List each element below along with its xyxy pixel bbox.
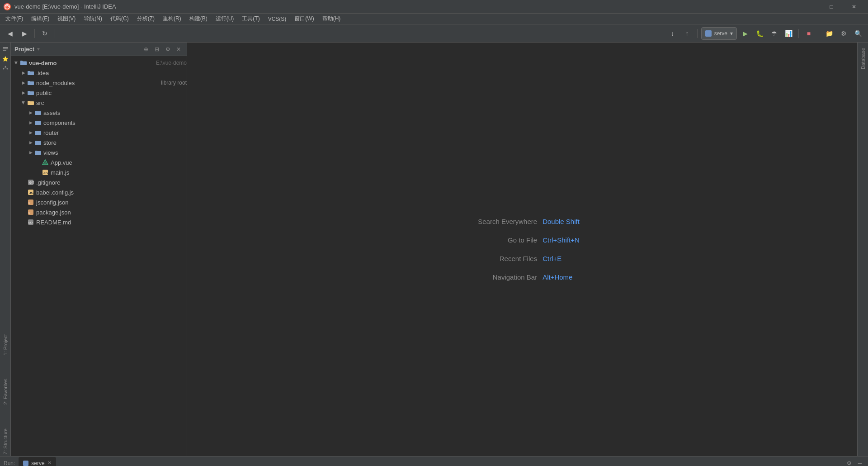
svg-text:MD: MD bbox=[28, 221, 33, 224]
shortcut-nav-bar-label: Navigation Bar bbox=[465, 273, 537, 281]
svg-text:JS: JS bbox=[43, 171, 48, 175]
close-button[interactable]: ✕ bbox=[844, 0, 864, 14]
editor-area: Search Everywhere Double Shift Go to Fil… bbox=[187, 43, 857, 456]
tree-root[interactable]: ▶ vue-demo E:\vue-demo bbox=[11, 58, 187, 68]
database-tab[interactable]: Database bbox=[859, 46, 867, 71]
toolbar-sep-2 bbox=[55, 29, 55, 38]
svg-point-4 bbox=[5, 66, 6, 67]
project-panel-actions: ⊕ ⊟ ⚙ ✕ bbox=[142, 45, 183, 54]
readme-label: README.md bbox=[36, 219, 187, 226]
menu-file[interactable]: 文件(F) bbox=[2, 14, 27, 24]
router-arrow: ▶ bbox=[27, 129, 34, 136]
run-tab-icon bbox=[23, 461, 28, 466]
tree-views[interactable]: ▶ views bbox=[11, 147, 187, 157]
tree-components[interactable]: ▶ components bbox=[11, 118, 187, 128]
main-layout: ⭐ 1: Project 2: Favorites Z: Structure P… bbox=[0, 43, 868, 456]
tree-main-js[interactable]: ▶ JS main.js bbox=[11, 167, 187, 177]
store-arrow: ▶ bbox=[27, 139, 34, 146]
sidebar-project-icon[interactable] bbox=[1, 44, 10, 53]
menu-refactor[interactable]: 重构(R) bbox=[159, 14, 185, 24]
panel-close-button[interactable]: ✕ bbox=[174, 45, 183, 54]
forward-button[interactable]: ▶ bbox=[18, 27, 31, 40]
sidebar-favorites-label[interactable]: 2: Favorites bbox=[2, 377, 9, 406]
sidebar-structure-icon[interactable] bbox=[1, 64, 10, 73]
vcs-push-button[interactable]: ↑ bbox=[681, 27, 693, 40]
menu-build[interactable]: 构建(B) bbox=[186, 14, 211, 24]
window-controls: ─ □ ✕ bbox=[798, 0, 864, 14]
panel-settings-button[interactable]: ⚙ bbox=[844, 459, 854, 466]
locate-file-button[interactable]: ⊕ bbox=[142, 45, 151, 54]
menu-analyze[interactable]: 分析(Z) bbox=[133, 14, 158, 24]
tree-src[interactable]: ▶ src bbox=[11, 98, 187, 108]
tree-app-vue[interactable]: ▶ App.vue bbox=[11, 157, 187, 167]
tree-idea[interactable]: ▶ .idea bbox=[11, 68, 187, 78]
tree-public[interactable]: ▶ public bbox=[11, 88, 187, 98]
assets-folder-icon bbox=[34, 109, 42, 116]
tree-gitignore[interactable]: ▶ GIT .gitignore bbox=[11, 177, 187, 187]
sidebar-structure-label[interactable]: Z: Structure bbox=[2, 427, 9, 456]
profile-button[interactable]: 📊 bbox=[782, 27, 795, 40]
menu-edit[interactable]: 编辑(E) bbox=[28, 14, 53, 24]
menu-navigate[interactable]: 导航(N) bbox=[80, 14, 106, 24]
toolbar-sep-5 bbox=[819, 29, 819, 38]
dropdown-arrow[interactable]: ▾ bbox=[37, 46, 40, 52]
stop-button[interactable]: ■ bbox=[802, 27, 815, 40]
gitignore-icon: GIT bbox=[27, 179, 34, 186]
bottom-panel-actions: ⚙ ─ bbox=[844, 459, 864, 466]
menu-window[interactable]: 窗口(W) bbox=[291, 14, 317, 24]
views-arrow: ▶ bbox=[27, 149, 34, 156]
run-config-selector[interactable]: serve ▾ bbox=[701, 27, 737, 40]
collapse-all-button[interactable]: ⊟ bbox=[152, 45, 161, 54]
shortcuts-overlay: Search Everywhere Double Shift Go to Fil… bbox=[465, 218, 580, 281]
svg-text:GIT: GIT bbox=[29, 181, 34, 184]
menu-view[interactable]: 视图(V) bbox=[54, 14, 79, 24]
tree-router[interactable]: ▶ router bbox=[11, 128, 187, 138]
shortcut-recent-files: Recent Files Ctrl+E bbox=[465, 255, 561, 262]
src-arrow: ▶ bbox=[20, 99, 27, 106]
views-label: views bbox=[43, 149, 187, 156]
run-label: Run: bbox=[4, 460, 15, 466]
components-folder-icon bbox=[34, 119, 42, 126]
sync-button[interactable]: ↻ bbox=[38, 27, 51, 40]
run-config-label: serve bbox=[714, 30, 727, 37]
run-button[interactable]: ▶ bbox=[739, 27, 751, 40]
svg-text:{}: {} bbox=[28, 201, 30, 204]
tree-package-json[interactable]: ▶ {} package.json bbox=[11, 207, 187, 217]
sidebar-favorites-icon[interactable]: ⭐ bbox=[1, 54, 10, 63]
back-button[interactable]: ◀ bbox=[4, 27, 16, 40]
run-config-dropdown-icon: ▾ bbox=[730, 30, 733, 37]
app-vue-icon bbox=[42, 159, 49, 166]
menu-code[interactable]: 代码(C) bbox=[107, 14, 132, 24]
package-json-label: package.json bbox=[36, 209, 187, 216]
sidebar-project-label[interactable]: 1: Project bbox=[2, 333, 9, 357]
public-label: public bbox=[36, 90, 187, 96]
tree-store[interactable]: ▶ store bbox=[11, 138, 187, 147]
maximize-button[interactable]: □ bbox=[821, 0, 842, 14]
menu-help[interactable]: 帮助(H) bbox=[319, 14, 344, 24]
debug-button[interactable]: 🐛 bbox=[753, 27, 766, 40]
settings-button[interactable]: ⚙ bbox=[837, 27, 850, 40]
minimize-button[interactable]: ─ bbox=[798, 0, 819, 14]
idea-folder-icon bbox=[27, 69, 34, 76]
tree-readme[interactable]: ▶ MD README.md bbox=[11, 217, 187, 227]
tree-node-modules[interactable]: ▶ node_modules library root bbox=[11, 78, 187, 88]
tree-jsconfig[interactable]: ▶ {} jsconfig.json bbox=[11, 197, 187, 207]
package-json-icon: {} bbox=[27, 209, 34, 216]
tree-babel-config[interactable]: ▶ JS babel.config.js bbox=[11, 187, 187, 197]
tree-assets[interactable]: ▶ assets bbox=[11, 108, 187, 118]
search-button[interactable]: 🔍 bbox=[852, 27, 864, 40]
right-sidebar: Database bbox=[857, 43, 868, 456]
panel-settings-button[interactable]: ⚙ bbox=[163, 45, 172, 54]
vcs-update-button[interactable]: ↓ bbox=[666, 27, 679, 40]
menu-vcs[interactable]: VCS(S) bbox=[264, 15, 290, 23]
run-tab-close-button[interactable]: ✕ bbox=[47, 460, 52, 466]
project-structure-button[interactable]: 📁 bbox=[823, 27, 835, 40]
panel-minimize-button[interactable]: ─ bbox=[855, 459, 864, 466]
menu-run[interactable]: 运行(U) bbox=[212, 14, 238, 24]
toolbar-sep-3 bbox=[697, 29, 698, 38]
src-folder-icon bbox=[27, 99, 34, 106]
svg-rect-2 bbox=[3, 48, 8, 49]
menu-tools[interactable]: 工具(T) bbox=[238, 14, 263, 24]
coverage-button[interactable]: ☂ bbox=[768, 27, 780, 40]
run-tab-serve[interactable]: serve ✕ bbox=[19, 457, 56, 466]
